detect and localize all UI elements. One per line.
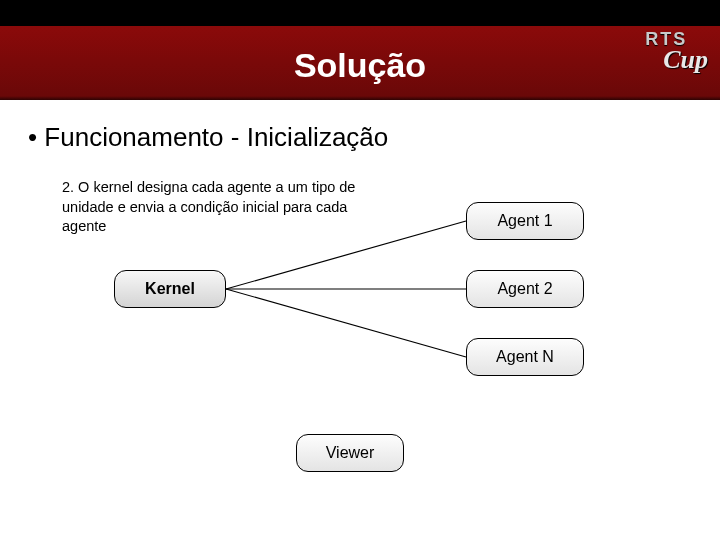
- logo-text-bottom: Cup: [663, 48, 708, 71]
- agent2-node: Agent 2: [466, 270, 584, 308]
- slide-content: • Funcionamento - Inicialização 2. O ker…: [0, 100, 720, 540]
- slide-header: Solução RTS Cup: [0, 0, 720, 100]
- viewer-node: Viewer: [296, 434, 404, 472]
- agentn-node: Agent N: [466, 338, 584, 376]
- agent1-node: Agent 1: [466, 202, 584, 240]
- slide-title: Solução: [294, 46, 426, 85]
- description-text: 2. O kernel designa cada agente a um tip…: [62, 178, 362, 237]
- kernel-node: Kernel: [114, 270, 226, 308]
- logo: RTS Cup: [645, 30, 708, 71]
- connector-lines: [0, 100, 720, 540]
- svg-line-2: [226, 289, 466, 357]
- bullet-heading: • Funcionamento - Inicialização: [28, 122, 692, 153]
